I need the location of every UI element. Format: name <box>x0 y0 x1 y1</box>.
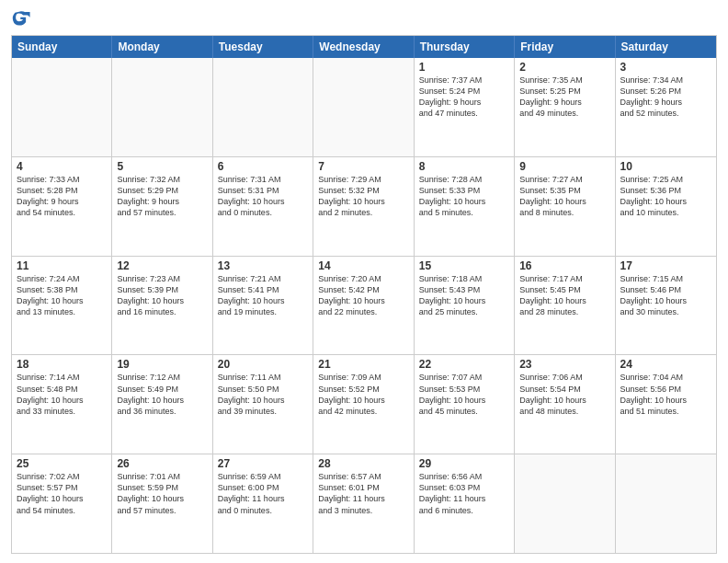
calendar-cell: 20Sunrise: 7:11 AM Sunset: 5:50 PM Dayli… <box>213 355 313 454</box>
calendar-cell <box>616 454 716 553</box>
calendar-header-cell: Wednesday <box>313 36 414 58</box>
day-number: 22 <box>419 358 509 371</box>
cell-text: Sunrise: 7:07 AM Sunset: 5:53 PM Dayligh… <box>419 372 509 417</box>
calendar-cell: 8Sunrise: 7:28 AM Sunset: 5:33 PM Daylig… <box>415 157 515 256</box>
cell-text: Sunrise: 7:31 AM Sunset: 5:31 PM Dayligh… <box>218 174 308 219</box>
calendar-header-cell: Monday <box>112 36 212 58</box>
day-number: 2 <box>519 61 609 74</box>
calendar-cell: 16Sunrise: 7:17 AM Sunset: 5:45 PM Dayli… <box>515 257 615 355</box>
cell-text: Sunrise: 7:20 AM Sunset: 5:42 PM Dayligh… <box>318 273 408 318</box>
logo <box>11 9 35 29</box>
day-number: 18 <box>17 358 107 371</box>
day-number: 14 <box>318 259 408 272</box>
cell-text: Sunrise: 7:23 AM Sunset: 5:39 PM Dayligh… <box>117 273 207 318</box>
calendar-cell <box>313 58 414 156</box>
calendar-header-cell: Tuesday <box>213 36 313 58</box>
day-number: 23 <box>519 358 609 371</box>
cell-text: Sunrise: 7:37 AM Sunset: 5:24 PM Dayligh… <box>419 75 509 120</box>
calendar-cell <box>112 58 212 156</box>
calendar-cell: 21Sunrise: 7:09 AM Sunset: 5:52 PM Dayli… <box>313 355 414 454</box>
calendar-cell: 9Sunrise: 7:27 AM Sunset: 5:35 PM Daylig… <box>515 157 615 256</box>
calendar-cell: 24Sunrise: 7:04 AM Sunset: 5:56 PM Dayli… <box>616 355 716 454</box>
cell-text: Sunrise: 7:11 AM Sunset: 5:50 PM Dayligh… <box>218 372 308 417</box>
cell-text: Sunrise: 7:12 AM Sunset: 5:49 PM Dayligh… <box>117 372 207 417</box>
calendar-cell: 7Sunrise: 7:29 AM Sunset: 5:32 PM Daylig… <box>313 157 414 256</box>
day-number: 3 <box>620 61 711 74</box>
day-number: 28 <box>318 457 408 470</box>
calendar-cell: 25Sunrise: 7:02 AM Sunset: 5:57 PM Dayli… <box>12 454 112 553</box>
day-number: 13 <box>218 259 308 272</box>
calendar-cell: 17Sunrise: 7:15 AM Sunset: 5:46 PM Dayli… <box>616 257 716 355</box>
cell-text: Sunrise: 7:06 AM Sunset: 5:54 PM Dayligh… <box>519 372 609 417</box>
calendar-cell: 12Sunrise: 7:23 AM Sunset: 5:39 PM Dayli… <box>112 257 212 355</box>
cell-text: Sunrise: 7:09 AM Sunset: 5:52 PM Dayligh… <box>318 372 408 417</box>
day-number: 20 <box>218 358 308 371</box>
day-number: 11 <box>17 259 107 272</box>
calendar-cell: 1Sunrise: 7:37 AM Sunset: 5:24 PM Daylig… <box>415 58 515 156</box>
day-number: 16 <box>519 259 609 272</box>
cell-text: Sunrise: 7:15 AM Sunset: 5:46 PM Dayligh… <box>620 273 711 318</box>
calendar-cell: 3Sunrise: 7:34 AM Sunset: 5:26 PM Daylig… <box>616 58 716 156</box>
day-number: 4 <box>17 160 107 173</box>
calendar-cell: 27Sunrise: 6:59 AM Sunset: 6:00 PM Dayli… <box>213 454 313 553</box>
day-number: 10 <box>620 160 711 173</box>
calendar-cell: 26Sunrise: 7:01 AM Sunset: 5:59 PM Dayli… <box>112 454 212 553</box>
calendar-row: 11Sunrise: 7:24 AM Sunset: 5:38 PM Dayli… <box>12 256 716 355</box>
calendar-cell <box>12 58 112 156</box>
day-number: 24 <box>620 358 711 371</box>
calendar-row: 18Sunrise: 7:14 AM Sunset: 5:48 PM Dayli… <box>12 354 716 454</box>
cell-text: Sunrise: 7:17 AM Sunset: 5:45 PM Dayligh… <box>519 273 609 318</box>
calendar-cell: 23Sunrise: 7:06 AM Sunset: 5:54 PM Dayli… <box>515 355 615 454</box>
calendar-cell: 6Sunrise: 7:31 AM Sunset: 5:31 PM Daylig… <box>213 157 313 256</box>
cell-text: Sunrise: 7:32 AM Sunset: 5:29 PM Dayligh… <box>117 174 207 219</box>
cell-text: Sunrise: 7:18 AM Sunset: 5:43 PM Dayligh… <box>419 273 509 318</box>
cell-text: Sunrise: 7:33 AM Sunset: 5:28 PM Dayligh… <box>17 174 107 219</box>
calendar-cell: 4Sunrise: 7:33 AM Sunset: 5:28 PM Daylig… <box>12 157 112 256</box>
calendar-row: 1Sunrise: 7:37 AM Sunset: 5:24 PM Daylig… <box>12 58 716 156</box>
day-number: 7 <box>318 160 408 173</box>
cell-text: Sunrise: 7:34 AM Sunset: 5:26 PM Dayligh… <box>620 75 711 120</box>
logo-icon <box>11 9 31 29</box>
cell-text: Sunrise: 6:57 AM Sunset: 6:01 PM Dayligh… <box>318 471 408 516</box>
calendar-cell: 2Sunrise: 7:35 AM Sunset: 5:25 PM Daylig… <box>515 58 615 156</box>
cell-text: Sunrise: 7:27 AM Sunset: 5:35 PM Dayligh… <box>519 174 609 219</box>
day-number: 25 <box>17 457 107 470</box>
calendar-row: 25Sunrise: 7:02 AM Sunset: 5:57 PM Dayli… <box>12 454 716 553</box>
cell-text: Sunrise: 7:25 AM Sunset: 5:36 PM Dayligh… <box>620 174 711 219</box>
calendar-row: 4Sunrise: 7:33 AM Sunset: 5:28 PM Daylig… <box>12 156 716 256</box>
cell-text: Sunrise: 7:14 AM Sunset: 5:48 PM Dayligh… <box>17 372 107 417</box>
cell-text: Sunrise: 7:24 AM Sunset: 5:38 PM Dayligh… <box>17 273 107 318</box>
cell-text: Sunrise: 7:35 AM Sunset: 5:25 PM Dayligh… <box>519 75 609 120</box>
cell-text: Sunrise: 7:29 AM Sunset: 5:32 PM Dayligh… <box>318 174 408 219</box>
day-number: 15 <box>419 259 509 272</box>
calendar-cell <box>515 454 615 553</box>
day-number: 26 <box>117 457 207 470</box>
calendar-cell: 14Sunrise: 7:20 AM Sunset: 5:42 PM Dayli… <box>313 257 414 355</box>
day-number: 8 <box>419 160 509 173</box>
calendar-cell: 5Sunrise: 7:32 AM Sunset: 5:29 PM Daylig… <box>112 157 212 256</box>
calendar-header-cell: Thursday <box>415 36 515 58</box>
day-number: 21 <box>318 358 408 371</box>
calendar-cell: 10Sunrise: 7:25 AM Sunset: 5:36 PM Dayli… <box>616 157 716 256</box>
calendar-cell: 13Sunrise: 7:21 AM Sunset: 5:41 PM Dayli… <box>213 257 313 355</box>
day-number: 6 <box>218 160 308 173</box>
calendar-cell: 29Sunrise: 6:56 AM Sunset: 6:03 PM Dayli… <box>415 454 515 553</box>
cell-text: Sunrise: 6:56 AM Sunset: 6:03 PM Dayligh… <box>419 471 509 516</box>
day-number: 17 <box>620 259 711 272</box>
calendar-header-row: SundayMondayTuesdayWednesdayThursdayFrid… <box>12 36 716 58</box>
calendar-cell: 18Sunrise: 7:14 AM Sunset: 5:48 PM Dayli… <box>12 355 112 454</box>
day-number: 29 <box>419 457 509 470</box>
day-number: 5 <box>117 160 207 173</box>
calendar: SundayMondayTuesdayWednesdayThursdayFrid… <box>11 35 717 554</box>
calendar-header-cell: Friday <box>515 36 615 58</box>
calendar-cell: 11Sunrise: 7:24 AM Sunset: 5:38 PM Dayli… <box>12 257 112 355</box>
cell-text: Sunrise: 7:28 AM Sunset: 5:33 PM Dayligh… <box>419 174 509 219</box>
calendar-cell: 28Sunrise: 6:57 AM Sunset: 6:01 PM Dayli… <box>313 454 414 553</box>
cell-text: Sunrise: 7:04 AM Sunset: 5:56 PM Dayligh… <box>620 372 711 417</box>
cell-text: Sunrise: 7:21 AM Sunset: 5:41 PM Dayligh… <box>218 273 308 318</box>
header <box>11 9 717 29</box>
calendar-cell: 15Sunrise: 7:18 AM Sunset: 5:43 PM Dayli… <box>415 257 515 355</box>
calendar-cell: 22Sunrise: 7:07 AM Sunset: 5:53 PM Dayli… <box>415 355 515 454</box>
day-number: 27 <box>218 457 308 470</box>
cell-text: Sunrise: 7:02 AM Sunset: 5:57 PM Dayligh… <box>17 471 107 516</box>
